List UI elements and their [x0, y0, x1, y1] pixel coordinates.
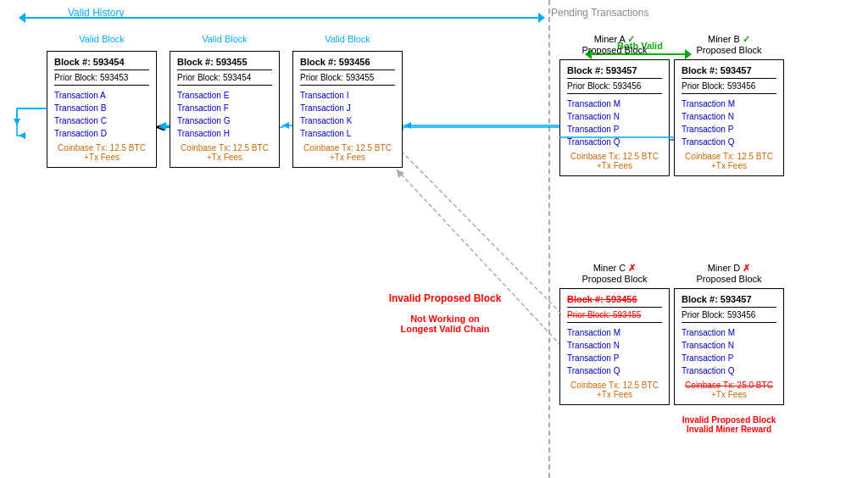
block-md-coinbase-strike: Coinbase Tx: 25.0 BTC: [685, 381, 773, 390]
section-divider: [548, 0, 550, 478]
miner-b-check: ✓: [743, 34, 750, 44]
miner-a-name: Miner A: [594, 34, 626, 44]
block-593455-prior: Prior Block: 593454: [177, 73, 272, 86]
block-593454-number: Block #: 593454: [54, 57, 149, 70]
block-mc-number: Block #: 593456: [567, 294, 662, 308]
block-ma-number: Block #: 593457: [567, 65, 662, 79]
valid-history-arrow-left: [19, 13, 25, 23]
miner-b-label: Miner B ✓: [674, 34, 784, 45]
miner-a-label: Miner A ✓: [559, 34, 670, 45]
svg-marker-14: [397, 170, 404, 178]
diagram: Valid History Pending Transactions Both …: [0, 0, 868, 478]
svg-line-23: [403, 153, 561, 314]
block-ma-prior: Prior Block: 593456: [567, 81, 662, 94]
block-md-number: Block #: 593457: [682, 294, 776, 308]
svg-marker-2: [14, 119, 20, 125]
block-593454-txs: Transaction ATransaction BTransaction CT…: [54, 89, 149, 140]
block-md-txs: Transaction MTransaction NTransaction PT…: [682, 326, 776, 377]
block-593454-prior: Prior Block: 593453: [54, 73, 149, 86]
valid-history-arrow-right: [538, 13, 545, 23]
block-593454: Block #: 593454 Prior Block: 593453 Tran…: [47, 51, 157, 168]
block-593457-miner-d: Block #: 593457 Prior Block: 593456 Tran…: [674, 288, 784, 405]
not-working-label: Not Working onLongest Valid Chain: [381, 314, 509, 334]
miner-d-label: Miner D ✗: [674, 263, 784, 274]
miner-d-name: Miner D: [708, 263, 741, 273]
miner-c-proposed: Proposed Block: [559, 274, 670, 284]
block2-label: Valid Block: [170, 34, 280, 44]
block-mb-txs: Transaction MTransaction NTransaction PT…: [682, 97, 776, 148]
miner-a-check: ✓: [627, 34, 635, 44]
block-593456-prior: Prior Block: 593455: [300, 73, 395, 86]
miner-c-label: Miner C ✗: [559, 263, 670, 274]
valid-history-label: Valid History: [68, 7, 124, 19]
block-593456-miner-c: Block #: 593456 Prior Block: 593455 Tran…: [559, 288, 670, 405]
block-mc-txs: Transaction MTransaction NTransaction PT…: [567, 326, 662, 377]
block-mb-number: Block #: 593457: [682, 65, 776, 79]
svg-marker-21: [404, 122, 411, 129]
block-593456-txs: Transaction ITransaction JTransaction KT…: [300, 89, 395, 140]
block-593455-number: Block #: 593455: [177, 57, 272, 70]
invalid-miner-d-label: Invalid Proposed Block Invalid Miner Rew…: [674, 415, 784, 434]
block-ma-txs: Transaction MTransaction NTransaction PT…: [567, 97, 662, 148]
miner-c-name: Miner C: [593, 263, 626, 273]
miner-c-check: ✗: [628, 263, 636, 273]
block-593455-txs: Transaction ETransaction FTransaction GT…: [177, 89, 272, 140]
block-593456: Block #: 593456 Prior Block: 593455 Tran…: [292, 51, 403, 168]
block-mc-prior: Prior Block: 593455: [567, 310, 662, 323]
block-593455: Block #: 593455 Prior Block: 593454 Tran…: [170, 51, 280, 168]
block1-label: Valid Block: [47, 34, 157, 44]
block3-label: Valid Block: [292, 34, 403, 44]
block-593457-miner-a: Block #: 593457 Prior Block: 593456 Tran…: [559, 59, 670, 176]
block-593457-miner-b: Block #: 593457 Prior Block: 593456 Tran…: [674, 59, 784, 176]
svg-marker-15: [19, 132, 25, 139]
svg-marker-19: [282, 122, 289, 129]
block-md-prior: Prior Block: 593456: [682, 310, 776, 323]
block-mb-prior: Prior Block: 593456: [682, 81, 776, 94]
miner-b-proposed: Proposed Block: [674, 45, 784, 55]
pending-transactions-label: Pending Transactions: [551, 7, 648, 19]
block-593456-number: Block #: 593456: [300, 57, 395, 70]
block-593454-coinbase: Coinbase Tx: 12.5 BTC+Tx Fees: [54, 143, 149, 162]
miner-b-name: Miner B: [708, 34, 740, 44]
svg-marker-5: [159, 124, 166, 131]
invalid-proposed-label: Invalid Proposed Block: [381, 292, 509, 304]
miner-d-proposed: Proposed Block: [674, 274, 784, 284]
svg-marker-17: [159, 122, 166, 129]
block-mc-coinbase: Coinbase Tx: 12.5 BTC+Tx Fees: [567, 381, 662, 399]
block-mb-coinbase: Coinbase Tx: 12.5 BTC+Tx Fees: [682, 152, 776, 170]
block-593456-coinbase: Coinbase Tx: 12.5 BTC+Tx Fees: [300, 143, 395, 162]
miner-a-proposed: Proposed Block: [559, 45, 670, 55]
block-md-coinbase: Coinbase Tx: 25.0 BTC+Tx Fees: [682, 381, 776, 399]
block-593455-coinbase: Coinbase Tx: 12.5 BTC+Tx Fees: [177, 143, 272, 162]
miner-d-check: ✗: [743, 263, 750, 273]
block-ma-coinbase: Coinbase Tx: 12.5 BTC+Tx Fees: [567, 152, 662, 170]
